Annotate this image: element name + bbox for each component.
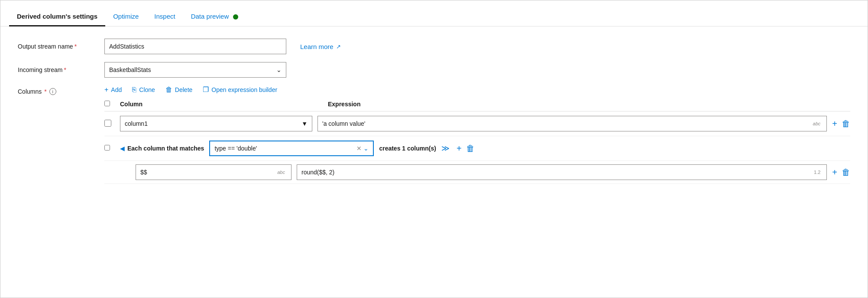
incoming-stream-label: Incoming stream* bbox=[18, 66, 104, 73]
columns-section: Columns* i + Add ⎘ Clone 🗑 Delete bbox=[18, 85, 850, 184]
sub-add-button[interactable]: + bbox=[832, 167, 837, 177]
tab-optimize[interactable]: Optimize bbox=[105, 7, 146, 26]
filter-chevron-icon[interactable]: ⌄ bbox=[363, 145, 369, 152]
incoming-stream-select[interactable]: BasketballStats ⌄ bbox=[104, 62, 286, 78]
output-stream-row: Output stream name* Learn more ↗ bbox=[18, 39, 850, 54]
match-row-actions: + 🗑 bbox=[457, 144, 475, 154]
chevron-down-icon: ⌄ bbox=[276, 66, 282, 73]
expression-builder-button[interactable]: ❐ Open expression builder bbox=[203, 85, 277, 94]
row1-checkbox[interactable] bbox=[104, 120, 111, 127]
clear-filter-icon[interactable]: ✕ bbox=[356, 145, 362, 152]
tab-inspect[interactable]: Inspect bbox=[146, 7, 183, 26]
row1-expression-wrapper: 'a column value' abc bbox=[317, 116, 827, 131]
match-label: Each column that matches bbox=[127, 145, 204, 152]
match-filter-text: type == 'double' bbox=[214, 145, 356, 152]
row1-expression-badge: abc bbox=[813, 121, 823, 126]
tab-bar: Derived column's settings Optimize Inspe… bbox=[0, 0, 868, 26]
expression-header: Expression bbox=[328, 101, 850, 108]
info-icon[interactable]: i bbox=[49, 88, 56, 95]
table-header: Column Expression bbox=[104, 101, 850, 111]
table-row: column1 ▼ 'a column value' abc + 🗑 bbox=[104, 111, 850, 136]
delete-button[interactable]: 🗑 Delete bbox=[165, 86, 192, 94]
incoming-stream-row: Incoming stream* BasketballStats ⌄ bbox=[18, 62, 850, 78]
row1-delete-button[interactable]: 🗑 bbox=[842, 119, 850, 129]
column-header: Column bbox=[120, 101, 328, 108]
main-content: Output stream name* Learn more ↗ Incomin… bbox=[0, 26, 868, 196]
tab-settings[interactable]: Derived column's settings bbox=[9, 7, 105, 26]
expand-icon[interactable]: ◀ bbox=[120, 145, 125, 152]
dropdown-arrow-icon: ▼ bbox=[301, 120, 308, 127]
sub-delete-button[interactable]: 🗑 bbox=[842, 167, 850, 177]
columns-toolbar: + Add ⎘ Clone 🗑 Delete ❐ Open expression… bbox=[104, 85, 850, 94]
sub-row-actions: + 🗑 bbox=[832, 167, 850, 177]
data-preview-status-dot bbox=[233, 14, 238, 20]
expand-chevron-icon[interactable]: ≫ bbox=[441, 144, 450, 153]
output-stream-input[interactable] bbox=[104, 39, 286, 54]
columns-content: + Add ⎘ Clone 🗑 Delete ❐ Open expression… bbox=[104, 85, 850, 184]
match-row: ◀ Each column that matches type == 'doub… bbox=[104, 136, 850, 161]
row1-column-field-wrapper: column1 ▼ bbox=[120, 116, 312, 131]
builder-icon: ❐ bbox=[203, 85, 209, 94]
sub-column-field[interactable]: $$ abc bbox=[136, 164, 291, 180]
row1-add-button[interactable]: + bbox=[832, 119, 837, 129]
sub-row: $$ abc round($$, 2) 1.2 + 🗑 bbox=[104, 161, 850, 184]
match-delete-button[interactable]: 🗑 bbox=[466, 144, 475, 154]
match-checkbox[interactable] bbox=[104, 145, 110, 151]
plus-icon: + bbox=[104, 86, 108, 94]
sub-col-badge: abc bbox=[277, 170, 287, 175]
external-link-icon: ↗ bbox=[336, 43, 341, 50]
header-checkbox-cell bbox=[104, 101, 120, 108]
sub-expression-field[interactable]: round($$, 2) 1.2 bbox=[297, 164, 827, 180]
creates-label: creates 1 column(s) bbox=[379, 145, 436, 152]
trash-icon: 🗑 bbox=[165, 86, 172, 94]
match-checkbox-cell bbox=[104, 145, 120, 152]
learn-more-link[interactable]: Learn more ↗ bbox=[300, 43, 341, 50]
row1-checkbox-cell bbox=[104, 120, 120, 128]
sub-expr-badge: 1.2 bbox=[814, 170, 822, 175]
tab-datapreview[interactable]: Data preview bbox=[183, 7, 246, 26]
row1-expression-field[interactable]: 'a column value' abc bbox=[317, 116, 827, 131]
match-filter-field[interactable]: type == 'double' ✕ ⌄ bbox=[209, 141, 374, 156]
add-button[interactable]: + Add bbox=[104, 86, 122, 94]
row1-actions: + 🗑 bbox=[832, 119, 850, 129]
match-add-button[interactable]: + bbox=[457, 144, 462, 154]
output-stream-label: Output stream name* bbox=[18, 43, 104, 50]
row1-column-select[interactable]: column1 ▼ bbox=[120, 116, 312, 131]
columns-label: Columns* i bbox=[18, 85, 104, 184]
clone-button[interactable]: ⎘ Clone bbox=[132, 86, 155, 94]
select-all-checkbox[interactable] bbox=[104, 101, 110, 106]
clone-icon: ⎘ bbox=[132, 86, 136, 94]
